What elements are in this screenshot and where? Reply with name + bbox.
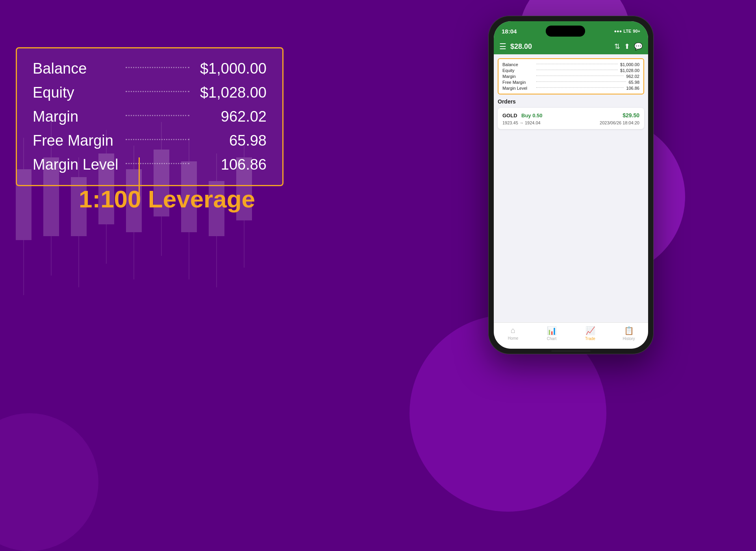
order-info: GOLD Buy 0.50 [502, 112, 543, 119]
margin-level-label: Margin Level [33, 156, 119, 173]
order-bottom-row: 1923.45 → 1924.04 2023/06/26 18:04:20 [502, 120, 639, 125]
battery-icon: 90+ [633, 29, 640, 33]
margin-row: Margin 962.02 [33, 108, 267, 125]
order-price-range: 1923.45 → 1924.04 [502, 120, 541, 125]
phone-margin-level-label: Margin Level [502, 86, 534, 91]
order-card[interactable]: GOLD Buy 0.50 $29.50 1923.45 → 1924.04 2… [498, 108, 644, 129]
bg-circle-4 [0, 413, 98, 551]
phone-equity-row: Equity $1,028.00 [502, 68, 639, 73]
bottom-navigation: ⌂ Home 📊 Chart 📈 Trade 📋 History [494, 322, 648, 349]
balance-dots [126, 67, 189, 68]
status-bar: 18:04 ●●● LTE 90+ [494, 21, 648, 39]
phone-equity-dots [536, 70, 618, 70]
trade-label: Trade [585, 337, 595, 341]
history-label: History [623, 337, 635, 341]
balance-value: $1,000.00 [196, 60, 267, 77]
phone-balance-row: Balance $1,000.00 [502, 62, 639, 67]
phone-balance-label: Balance [502, 62, 534, 67]
phone-margin-value: 962.02 [626, 74, 639, 79]
header-balance: $28.00 [510, 43, 610, 51]
phone-screen: 18:04 ●●● LTE 90+ ☰ $28.00 ⇅ ⬆ 💬 [494, 21, 648, 349]
phone-free-margin-label: Free Margin [502, 80, 534, 85]
history-icon: 📋 [624, 326, 634, 335]
order-symbol: GOLD [502, 113, 517, 118]
network-type: LTE [623, 29, 631, 33]
phone-equity-value: $1,028.00 [620, 68, 639, 73]
phone-balance-value: $1,000.00 [620, 62, 639, 67]
home-indicator [551, 350, 591, 352]
phone-margin-label: Margin [502, 74, 534, 79]
balance-label: Balance [33, 60, 119, 77]
app-header: ☰ $28.00 ⇅ ⬆ 💬 [494, 39, 648, 54]
equity-value: $1,028.00 [196, 84, 267, 101]
orders-title: Orders [498, 98, 644, 105]
phone-margin-row: Margin 962.02 [502, 74, 639, 79]
equity-row: Equity $1,028.00 [33, 84, 267, 101]
phone-device: 18:04 ●●● LTE 90+ ☰ $28.00 ⇅ ⬆ 💬 [488, 16, 654, 354]
chat-icon[interactable]: 💬 [634, 42, 643, 51]
phone-margin-dots [536, 76, 624, 76]
phone-margin-level-row: Margin Level 106.86 [502, 86, 639, 91]
margin-level-value: 106.86 [196, 156, 267, 173]
status-icons: ●●● LTE 90+ [614, 29, 640, 33]
home-icon: ⌂ [511, 326, 515, 335]
equity-dots [126, 91, 189, 92]
phone-free-margin-value: 65.98 [628, 80, 639, 85]
menu-icon[interactable]: ☰ [499, 42, 506, 51]
balance-row: Balance $1,000.00 [33, 60, 267, 77]
phone-margin-level-dots [536, 87, 624, 88]
header-action-icons: ⇅ ⬆ 💬 [614, 42, 643, 51]
leverage-label: 1:100 Leverage [79, 185, 255, 213]
free-margin-row: Free Margin 65.98 [33, 132, 267, 149]
home-label: Home [508, 336, 519, 340]
phone-free-margin-dots [536, 81, 626, 82]
phone-free-margin-row: Free Margin 65.98 [502, 80, 639, 85]
trade-icon: 📈 [586, 326, 595, 335]
margin-level-row: Margin Level 106.86 [33, 156, 267, 173]
phone-equity-label: Equity [502, 68, 534, 73]
phone-outer-shell: 18:04 ●●● LTE 90+ ☰ $28.00 ⇅ ⬆ 💬 [488, 16, 654, 354]
free-margin-label: Free Margin [33, 132, 119, 149]
price-arrow: → [519, 120, 525, 125]
price-from: 1923.45 [502, 120, 518, 125]
margin-value: 962.02 [196, 108, 267, 125]
info-box: Balance $1,000.00 Equity $1,028.00 Margi… [16, 47, 284, 186]
dynamic-island [546, 26, 585, 37]
equity-label: Equity [33, 84, 119, 101]
free-margin-value: 65.98 [196, 132, 267, 149]
chart-icon: 📊 [547, 326, 557, 335]
nav-home[interactable]: ⌂ Home [494, 326, 532, 341]
signal-icon: ●●● [614, 29, 622, 33]
nav-trade[interactable]: 📈 Trade [571, 326, 610, 341]
order-top-row: GOLD Buy 0.50 $29.50 [502, 112, 639, 119]
upload-icon[interactable]: ⬆ [624, 42, 630, 51]
orders-section: Orders GOLD Buy 0.50 $29.50 1923.45 → [498, 98, 644, 322]
nav-chart[interactable]: 📊 Chart [532, 326, 571, 341]
account-summary-box: Balance $1,000.00 Equity $1,028.00 Margi… [498, 58, 644, 94]
order-profit: $29.50 [623, 112, 639, 118]
phone-balance-dots [536, 64, 618, 64]
margin-level-dots [126, 163, 189, 164]
free-margin-dots [126, 139, 189, 140]
order-type: Buy 0.50 [521, 113, 542, 118]
margin-label: Margin [33, 108, 119, 125]
price-to: 1924.04 [525, 120, 541, 125]
chart-label: Chart [547, 337, 556, 341]
order-datetime: 2023/06/26 18:04:20 [600, 120, 639, 125]
sort-icon[interactable]: ⇅ [614, 42, 620, 51]
nav-history[interactable]: 📋 History [610, 326, 648, 341]
status-time: 18:04 [502, 28, 517, 35]
phone-margin-level-value: 106.86 [626, 86, 639, 91]
margin-dots [126, 115, 189, 116]
